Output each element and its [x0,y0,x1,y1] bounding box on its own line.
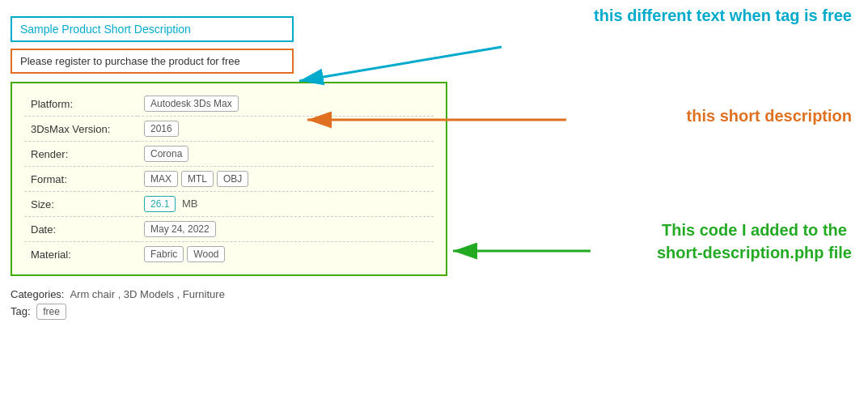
categories-row: Categories: Arm chair , 3D Models , Furn… [11,288,868,300]
category-item: 3D Models [124,288,174,300]
annotation-top: this different text when tag is free [594,6,852,25]
spec-badge: Corona [144,146,188,162]
spec-value: FabricWood [138,242,434,267]
product-title-box: Sample Product Short Description [11,16,294,42]
spec-badge: 2016 [144,121,179,137]
spec-badge: MTL [181,171,214,187]
main-container: this different text when tag is free Sam… [0,0,868,408]
spec-badge: May 24, 2022 [144,221,216,237]
specs-table: Platform:Autodesk 3Ds Max3DsMax Version:… [24,91,434,266]
spec-label: Format: [24,167,138,192]
category-item: Arm chair [70,288,115,300]
spec-badge: Fabric [144,246,184,262]
categories-items: Arm chair , 3D Models , Furniture [70,288,224,300]
categories-label: Categories: [11,288,64,300]
spec-value: Autodesk 3Ds Max [138,91,434,117]
category-item: Furniture [183,288,225,300]
tag-label: Tag: [11,305,31,317]
annotation-code: This code I added to theshort-descriptio… [657,219,852,264]
spec-label: Date: [24,217,138,242]
register-box: Please register to purchase the product … [11,49,294,74]
tag-row: Tag: free [11,304,868,320]
register-text: Please register to purchase the product … [20,55,240,67]
spec-badge: Wood [187,246,225,262]
tag-value: free [36,304,66,320]
spec-badge: MAX [144,171,178,187]
spec-value: MAXMTLOBJ [138,167,434,192]
spec-value: 26.1 MB [138,192,434,217]
spec-unit: MB [179,198,197,210]
annotation-right: this short description [687,107,852,125]
annotation-right-text: this short description [687,107,852,125]
specs-table-wrapper: Platform:Autodesk 3Ds Max3DsMax Version:… [11,82,447,276]
spec-badge: 26.1 [144,196,176,212]
category-separator: , [174,288,183,300]
spec-badge: Autodesk 3Ds Max [144,96,239,112]
spec-badge: OBJ [217,171,248,187]
spec-value: Corona [138,142,434,167]
spec-label: 3DsMax Version: [24,117,138,142]
spec-label: Size: [24,192,138,217]
svg-line-3 [299,47,502,81]
spec-value: May 24, 2022 [138,217,434,242]
annotation-top-text: this different text when tag is free [594,6,852,24]
category-separator: , [115,288,124,300]
spec-label: Material: [24,242,138,267]
spec-label: Render: [24,142,138,167]
spec-value: 2016 [138,117,434,142]
product-title-text: Sample Product Short Description [20,23,191,36]
spec-label: Platform: [24,91,138,117]
